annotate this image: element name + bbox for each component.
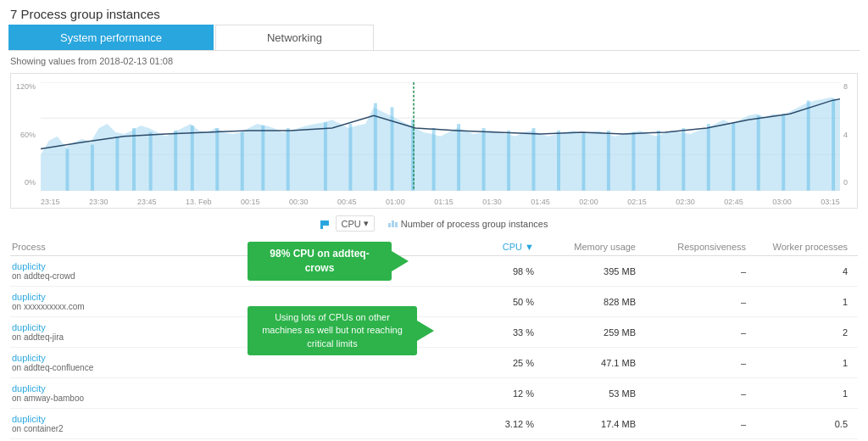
memory-cell-0: 395 MB — [544, 266, 646, 276]
table-row: duplicity on addteq-confluence 25 % 47.1… — [10, 348, 858, 378]
process-host-4: on amway-bamboo — [12, 394, 220, 403]
memory-cell-5: 17.4 MB — [544, 419, 646, 429]
process-host-5: on container2 — [12, 424, 220, 433]
y-label-r-8: 8 — [840, 82, 857, 91]
responsiveness-cell-4: – — [646, 388, 756, 399]
process-name-3[interactable]: duplicity — [12, 353, 220, 363]
svg-rect-10 — [191, 126, 194, 191]
svg-rect-11 — [215, 128, 219, 191]
legend-cpu: CPU ▾ — [320, 215, 375, 232]
x-label-0: 23:15 — [41, 198, 60, 206]
x-label-12: 02:15 — [627, 198, 647, 206]
svg-rect-23 — [507, 131, 510, 191]
responsiveness-cell-3: – — [646, 358, 756, 368]
responsiveness-cell-5: – — [646, 419, 756, 429]
process-host-1: on xxxxxxxxxx.com — [12, 302, 220, 311]
table-header-row: Process CPU ▼ Memory usage Responsivenes… — [10, 238, 858, 256]
chart-legend: CPU ▾ Number of process group instances — [0, 212, 868, 235]
svg-rect-16 — [348, 124, 352, 191]
svg-rect-7 — [132, 128, 136, 191]
chart-subtitle: Showing values from 2018-02-13 01:08 — [0, 51, 868, 70]
svg-rect-8 — [149, 132, 153, 191]
svg-rect-5 — [91, 145, 94, 191]
process-table: Process CPU ▼ Memory usage Responsivenes… — [10, 238, 858, 441]
y-label-r-4: 4 — [840, 131, 857, 139]
x-label-2: 23:45 — [137, 198, 157, 206]
workers-cell-2: 2 — [756, 327, 858, 338]
workers-cell-1: 1 — [756, 297, 858, 307]
svg-rect-27 — [607, 131, 610, 191]
process-cell-2: duplicity on addteq-jira — [10, 322, 231, 342]
tab-system-performance[interactable]: System performance — [8, 25, 214, 50]
responsiveness-cell-2: – — [646, 327, 756, 338]
tab-bar: System performance Networking — [8, 25, 860, 51]
svg-rect-33 — [757, 115, 760, 190]
x-label-7: 01:00 — [386, 198, 405, 206]
chart-area: 120% 60% 0% — [10, 73, 858, 209]
memory-cell-3: 47.1 MB — [544, 358, 646, 368]
th-responsiveness: Responsiveness — [646, 242, 756, 252]
memory-cell-4: 53 MB — [544, 388, 646, 399]
responsiveness-cell-1: – — [646, 297, 756, 307]
process-name-2[interactable]: duplicity — [12, 322, 220, 332]
svg-rect-12 — [241, 132, 244, 191]
workers-cell-3: 1 — [756, 358, 858, 368]
annotation-box-1: 98% CPU on addteq-crows — [248, 242, 392, 281]
x-label-13: 02:30 — [676, 198, 695, 206]
process-cell-4: duplicity on amway-bamboo — [10, 383, 231, 403]
y-label-120: 120% — [11, 82, 39, 91]
process-cell-0: duplicity on addteq-crowd — [10, 261, 231, 281]
svg-rect-9 — [174, 131, 177, 191]
svg-rect-15 — [324, 122, 327, 191]
cpu-cell-4: 12 % — [231, 388, 544, 399]
th-workers: Worker processes — [756, 242, 858, 252]
tab-networking[interactable]: Networking — [215, 25, 374, 50]
x-label-6: 00:45 — [337, 198, 357, 206]
y-label-r-0: 0 — [840, 178, 857, 187]
process-name-1[interactable]: duplicity — [12, 292, 220, 302]
process-name-0[interactable]: duplicity — [12, 261, 220, 271]
th-memory: Memory usage — [544, 242, 646, 252]
annotation-text-2: Using lots of CPUs on other machines as … — [262, 312, 403, 349]
workers-cell-4: 1 — [756, 388, 858, 399]
svg-rect-20 — [432, 128, 436, 191]
x-label-3: 13. Feb — [186, 198, 212, 206]
th-process: Process — [10, 242, 231, 252]
table-row: duplicity on addteq-jira 33 % 259 MB – 2 — [10, 317, 858, 348]
bar-chart-icon — [388, 220, 398, 227]
memory-cell-2: 259 MB — [544, 327, 646, 338]
cpu-cell-5: 3.12 % — [231, 419, 544, 429]
svg-rect-22 — [482, 128, 486, 191]
chevron-down-icon: ▾ — [364, 218, 369, 229]
table-row: duplicity on amway-bamboo 12 % 53 MB – 1 — [10, 378, 858, 409]
svg-rect-4 — [65, 149, 69, 191]
process-name-4[interactable]: duplicity — [12, 383, 220, 394]
y-label-60: 60% — [11, 131, 39, 139]
svg-rect-18 — [391, 107, 394, 190]
x-axis: 23:15 23:30 23:45 13. Feb 00:15 00:30 00… — [41, 198, 840, 206]
svg-rect-25 — [557, 131, 560, 191]
x-label-14: 02:45 — [724, 198, 743, 206]
chart-svg — [41, 82, 840, 191]
process-host-0: on addteq-crowd — [12, 271, 220, 281]
x-label-10: 01:45 — [531, 198, 550, 206]
responsiveness-cell-0: – — [646, 266, 756, 276]
annotation-box-2: Using lots of CPUs on other machines as … — [248, 306, 417, 355]
table-body: duplicity on addteq-crowd 98 % 395 MB – … — [10, 256, 858, 441]
process-cell-3: duplicity on addteq-confluence — [10, 353, 231, 372]
process-cell-5: duplicity on container2 — [10, 414, 231, 433]
x-label-1: 23:30 — [89, 198, 108, 206]
svg-rect-39 — [320, 220, 329, 226]
flag-icon — [320, 219, 332, 229]
process-host-3: on addteq-confluence — [12, 363, 220, 372]
svg-rect-32 — [732, 122, 735, 191]
svg-rect-21 — [457, 124, 460, 191]
process-host-2: on addteq-jira — [12, 332, 220, 342]
y-label-0: 0% — [11, 178, 39, 187]
svg-rect-28 — [632, 132, 635, 191]
process-name-5[interactable]: duplicity — [12, 414, 220, 424]
table-row: duplicity on xxxxxxxxxx.com 50 % 828 MB … — [10, 287, 858, 317]
cpu-selector[interactable]: CPU ▾ — [336, 215, 375, 232]
workers-cell-0: 4 — [756, 266, 858, 276]
table-row: duplicity on addteq-crowd 98 % 395 MB – … — [10, 256, 858, 287]
